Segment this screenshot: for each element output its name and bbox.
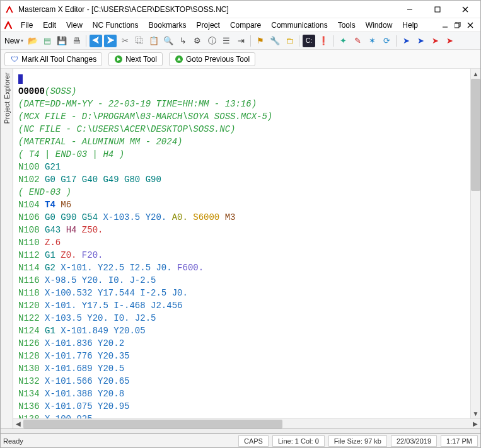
arrow-up-circle-icon [175, 55, 183, 64]
project-explorer-label: Project Explorer [3, 72, 11, 123]
maximize-button[interactable] [424, 1, 451, 18]
sync-icon[interactable]: ⟳ [380, 35, 393, 47]
mdi-restore-button[interactable] [453, 21, 463, 30]
menu-file[interactable]: File [16, 20, 38, 31]
menu-nc-functions[interactable]: NC Functions [88, 20, 144, 31]
code-line: (DATE=DD-MM-YY - 22-03-19 TIME=HH:MM - 1… [18, 98, 465, 110]
copy-icon[interactable]: ⿻ [133, 35, 146, 47]
goto-previous-tool-button[interactable]: Goto Previous Tool [169, 52, 255, 66]
menu-project[interactable]: Project [192, 20, 225, 31]
code-line: N100 G21 [18, 161, 465, 173]
scroll-down-icon[interactable]: ▼ [471, 408, 480, 418]
mark-tool-changes-label: Mark All Tool Changes [21, 55, 96, 64]
star-icon[interactable]: ✶ [366, 35, 378, 47]
arrow-red-icon[interactable]: ➤ [429, 35, 441, 47]
nav-next-icon[interactable]: ⮞ [104, 35, 117, 47]
body-area: Project Explorer O0000(SOSS)(DATE=DD-MM-… [1, 69, 480, 428]
menu-compare[interactable]: Compare [225, 20, 266, 31]
code-line: N120 X-101. Y17.5 I-.468 J2.456 [18, 299, 465, 312]
cut-icon[interactable]: ✂ [119, 35, 131, 47]
status-caps: CAPS [238, 435, 269, 447]
editor-wrap: O0000(SOSS)(DATE=DD-MM-YY - 22-03-19 TIM… [13, 69, 480, 428]
menu-view[interactable]: View [61, 20, 88, 31]
vertical-scrollbar[interactable]: ▲ ▼ [470, 69, 480, 418]
flag-icon[interactable]: ⚑ [254, 35, 267, 47]
project-explorer-tab[interactable]: Project Explorer [1, 69, 13, 428]
wrench-icon[interactable]: 🔧 [269, 35, 281, 47]
compass-icon[interactable]: ✦ [337, 35, 349, 47]
window-controls [396, 1, 479, 18]
status-ready: Ready [3, 437, 23, 445]
splitter-bar[interactable] [1, 428, 480, 434]
next-tool-label: Next Tool [125, 55, 157, 64]
open-icon[interactable]: 📂 [26, 35, 39, 47]
menubar: FileEditViewNC FunctionsBookmarksProject… [1, 18, 480, 32]
new-button[interactable]: New [3, 37, 25, 45]
horizontal-scroll-thumb[interactable] [23, 420, 282, 428]
main-toolbar: New 📂 ▤ 💾 🖶 ⮜ ⮞ ✂ ⿻ 📋 🔍 ↳ ⚙ ⓘ ☰ ⇥ ⚑ 🔧 🗀 … [1, 32, 480, 50]
code-line: ( END-03 ) [18, 186, 465, 198]
code-line: (NC FILE - C:\USERS\ACER\DESKTOP\SOSS.NC… [18, 123, 465, 135]
code-line: N118 X-100.532 Y17.544 I-2.5 J0. [18, 287, 465, 299]
code-editor[interactable]: O0000(SOSS)(DATE=DD-MM-YY - 22-03-19 TIM… [13, 69, 470, 418]
scroll-left-icon[interactable]: ◀ [13, 420, 23, 428]
arrow-blue2-icon[interactable]: ➤ [414, 35, 427, 47]
modify-icon[interactable]: ✎ [351, 35, 364, 47]
arrow-red2-icon[interactable]: ➤ [443, 35, 456, 47]
func1-icon[interactable]: ⓘ [206, 35, 218, 47]
vertical-scroll-thumb[interactable] [471, 79, 480, 191]
menu-communications[interactable]: Communications [266, 20, 332, 31]
menu-window[interactable]: Window [361, 20, 398, 31]
close-button[interactable] [451, 1, 479, 18]
app-icon-small [3, 20, 13, 30]
code-line: N136 X-101.075 Y20.95 [18, 400, 465, 413]
paste-icon[interactable]: 📋 [148, 35, 160, 47]
code-line: N138 X-100.925 [18, 413, 465, 418]
go-to-icon[interactable]: ↳ [177, 35, 189, 47]
properties-icon[interactable]: ▤ [41, 35, 54, 47]
warning-icon[interactable]: ❗ [317, 35, 330, 47]
list-icon[interactable]: ☰ [220, 35, 233, 47]
svg-rect-1 [435, 7, 440, 12]
code-line: N114 G2 X-101. Y22.5 I2.5 J0. F600. [18, 261, 465, 274]
mdi-minimize-button[interactable] [440, 21, 450, 30]
code-line: N106 G0 G90 G54 X-103.5 Y20. A0. S6000 M… [18, 211, 465, 224]
app-icon [4, 4, 14, 14]
minimize-button[interactable] [396, 1, 424, 18]
code-line [18, 72, 465, 85]
titlebar: Mastercam X Editor - [C:\USERS\ACER\DESK… [1, 1, 480, 18]
mark-tool-changes-button[interactable]: 🛡 Mark All Tool Changes [4, 52, 102, 66]
code-line: N102 G0 G17 G40 G49 G80 G90 [18, 173, 465, 186]
indent-icon[interactable]: ⇥ [235, 35, 247, 47]
next-tool-button[interactable]: Next Tool [108, 52, 163, 66]
status-linecol: Line: 1 Col: 0 [272, 435, 325, 447]
menu-tools[interactable]: Tools [333, 20, 361, 31]
shield-icon: 🛡 [10, 55, 19, 64]
scroll-up-icon[interactable]: ▲ [471, 69, 480, 79]
status-filesize: File Size: 97 kb [328, 435, 387, 447]
scroll-right-icon[interactable]: ▶ [470, 420, 480, 428]
menu-edit[interactable]: Edit [38, 20, 61, 31]
arrow-blue-icon[interactable]: ➤ [400, 35, 412, 47]
window-title: Mastercam X Editor - [C:\USERS\ACER\DESK… [18, 5, 396, 14]
code-line: N122 X-103.5 Y20. I0. J2.5 [18, 312, 465, 325]
menu-bookmarks[interactable]: Bookmarks [144, 20, 192, 31]
folder2-icon[interactable]: 🗀 [283, 35, 296, 47]
code-line: N128 X-101.776 Y20.35 [18, 350, 465, 362]
arrow-right-circle-icon [114, 55, 123, 64]
horizontal-scrollbar[interactable]: ◀ ▶ [13, 418, 480, 428]
mdi-close-button[interactable] [465, 21, 475, 30]
find-icon[interactable]: 🔍 [162, 35, 175, 47]
terminal-icon[interactable]: C: [303, 35, 315, 47]
save-icon[interactable]: 💾 [55, 35, 68, 47]
code-line: O0000(SOSS) [18, 85, 465, 98]
code-line: N126 X-101.836 Y20.2 [18, 337, 465, 350]
print-icon[interactable]: 🖶 [70, 35, 83, 47]
nav-prev-icon[interactable]: ⮜ [90, 35, 102, 47]
code-line: N132 X-101.566 Y20.65 [18, 375, 465, 388]
code-line: N124 G1 X-101.849 Y20.05 [18, 325, 465, 337]
code-line: N108 G43 H4 Z50. [18, 224, 465, 236]
menu-help[interactable]: Help [397, 20, 423, 31]
status-time: 1:17 PM [441, 435, 478, 447]
config-icon[interactable]: ⚙ [191, 35, 204, 47]
